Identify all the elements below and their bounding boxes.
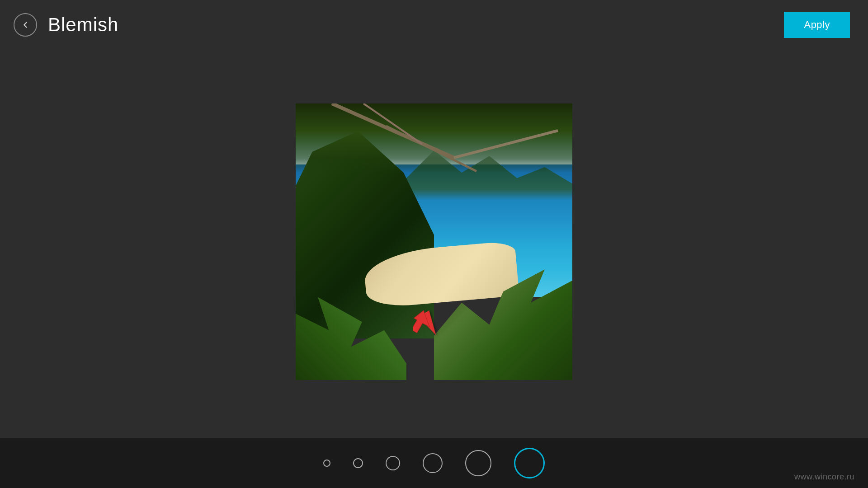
back-button[interactable] bbox=[14, 13, 37, 37]
size-circle-sm[interactable] bbox=[353, 458, 363, 468]
size-circle-lg[interactable] bbox=[423, 453, 443, 473]
watermark: www.wincore.ru bbox=[794, 472, 854, 482]
apply-button[interactable]: Apply bbox=[784, 12, 850, 38]
size-circle-xs[interactable] bbox=[323, 460, 330, 467]
page-title: Blemish bbox=[48, 14, 118, 36]
main-content bbox=[0, 45, 868, 438]
header: Blemish Apply bbox=[0, 0, 868, 50]
size-circle-xxl[interactable] bbox=[514, 448, 545, 479]
foliage-top bbox=[296, 103, 572, 173]
bottom-toolbar bbox=[0, 438, 868, 488]
photo-canvas[interactable] bbox=[296, 103, 572, 380]
size-circle-md[interactable] bbox=[386, 456, 400, 470]
size-circle-xl[interactable] bbox=[465, 450, 491, 476]
